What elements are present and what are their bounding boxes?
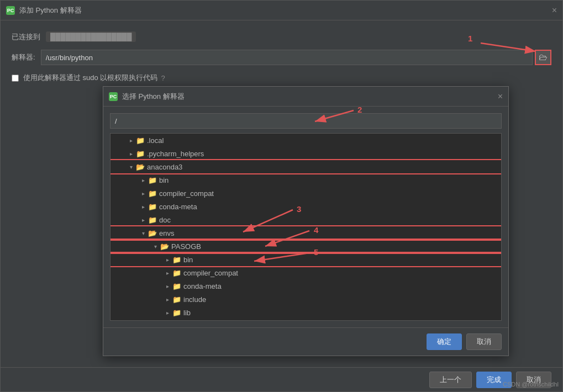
inner-close-button[interactable]: × (498, 92, 503, 102)
expand-bin1[interactable] (139, 176, 147, 184)
expand-doc[interactable] (139, 216, 147, 224)
watermark: CSDN @rothschildhl (503, 381, 559, 388)
folder-icon-doc: 📁 (148, 216, 157, 224)
tree-item-pasogb[interactable]: 📂 PASOGB (111, 240, 501, 253)
inner-logo: PC (109, 92, 118, 101)
tree-label-envs: envs (159, 229, 174, 237)
connection-value: ████████████████ (46, 31, 136, 42)
folder-icon-anaconda3: 📂 (136, 163, 145, 171)
folder-icon-conda1: 📁 (148, 203, 157, 211)
tree-item-include[interactable]: 📁 include (111, 293, 501, 306)
tree-item-bin2[interactable]: 📁 bin (111, 253, 501, 266)
folder-icon-pasogb: 📂 (160, 242, 169, 251)
expand-lib[interactable] (164, 309, 171, 316)
inner-dialog-title: 选择 Python 解释器 (122, 92, 185, 102)
outer-dialog-body: 已连接到 ████████████████ 解释器: 🗁 使用此解释器通过 su… (1, 20, 562, 94)
outer-dialog-titlebar: PC 添加 Python 解释器 × (1, 1, 562, 20)
tree-label-compiler2: compiler_compat (183, 269, 238, 277)
expand-compiler2[interactable] (164, 269, 171, 277)
connection-row: 已连接到 ████████████████ (12, 31, 551, 42)
sudo-label: 使用此解释器通过 sudo 以根权限执行代码 (23, 73, 157, 83)
tree-label-conda1: conda-meta (159, 203, 197, 211)
prev-button[interactable]: 上一个 (429, 372, 472, 388)
tree-label-pasogb: PASOGB (171, 242, 201, 251)
tree-label-pycharm: .pycharm_helpers (147, 150, 204, 158)
expand-pasogb[interactable] (151, 242, 159, 250)
inner-dialog-body: 📁 .local 📁 .pycharm_helpers 📂 anaconda3 (103, 107, 508, 327)
outer-dialog: PC 添加 Python 解释器 × 已连接到 ████████████████… (0, 0, 563, 392)
interpreter-label: 解释器: (12, 52, 35, 62)
tree-item-conda2[interactable]: 📁 conda-meta (111, 279, 501, 293)
tree-label-anaconda3: anaconda3 (147, 163, 182, 171)
expand-compiler1[interactable] (139, 189, 147, 197)
tree-label-doc: doc (159, 216, 171, 224)
tree-label-include: include (183, 295, 206, 304)
folder-icon-include: 📁 (172, 295, 181, 304)
interpreter-input[interactable] (41, 50, 533, 65)
tree-item-pycharm[interactable]: 📁 .pycharm_helpers (111, 147, 501, 160)
sudo-checkbox[interactable] (12, 75, 19, 82)
tree-item-lib[interactable]: 📁 lib (111, 306, 501, 319)
expand-conda1[interactable] (139, 203, 147, 210)
inner-dialog: PC 选择 Python 解释器 × 📁 .local 📁 .pycharm_h… (103, 86, 509, 356)
tree-item-anaconda3[interactable]: 📂 anaconda3 (111, 160, 501, 173)
path-input[interactable] (110, 113, 502, 129)
interpreter-row: 解释器: 🗁 (12, 50, 551, 65)
expand-bin2[interactable] (164, 256, 171, 263)
tree-item-local[interactable]: 📁 .local (111, 134, 501, 147)
expand-conda2[interactable] (164, 282, 171, 290)
expand-local[interactable] (127, 136, 135, 144)
tree-label-lib: lib (183, 309, 191, 317)
tree-label-bin1: bin (159, 176, 169, 184)
help-icon[interactable]: ? (161, 74, 165, 82)
tree-item-envs[interactable]: 📂 envs (111, 226, 501, 240)
expand-envs[interactable] (139, 229, 147, 237)
inner-dialog-titlebar: PC 选择 Python 解释器 × (103, 87, 508, 107)
expand-include[interactable] (164, 295, 171, 303)
tree-item-compiler2[interactable]: 📁 compiler_compat (111, 266, 501, 279)
tree-item-doc[interactable]: 📁 doc (111, 213, 501, 226)
cancel-inner-button[interactable]: 取消 (466, 333, 502, 350)
outer-logo: PC (6, 6, 15, 15)
folder-icon-envs: 📂 (148, 229, 157, 237)
tree-label-compiler1: compiler_compat (159, 189, 214, 198)
outer-close-button[interactable]: × (552, 6, 557, 15)
tree-label-local: .local (147, 136, 164, 145)
outer-dialog-title: 添加 Python 解释器 (19, 6, 82, 15)
tree-label-conda2: conda-meta (183, 282, 222, 290)
expand-anaconda3[interactable] (127, 163, 135, 171)
folder-icon-compiler2: 📁 (172, 269, 181, 277)
browse-icon: 🗁 (539, 52, 548, 62)
browse-button[interactable]: 🗁 (535, 50, 551, 65)
folder-icon-pycharm: 📁 (136, 150, 145, 158)
tree-item-conda1[interactable]: 📁 conda-meta (111, 200, 501, 213)
folder-icon-bin2: 📁 (172, 256, 181, 264)
expand-pycharm[interactable] (127, 150, 135, 157)
sudo-row: 使用此解释器通过 sudo 以根权限执行代码 ? (12, 73, 551, 83)
outer-footer: 上一个 完成 取消 (1, 367, 562, 391)
folder-icon-local: 📁 (136, 136, 145, 145)
folder-icon-conda2: 📁 (172, 282, 181, 290)
inner-dialog-footer: 确定 取消 (103, 327, 508, 356)
confirm-button[interactable]: 确定 (427, 333, 462, 350)
folder-icon-bin1: 📁 (148, 176, 157, 184)
tree-label-bin2: bin (183, 256, 193, 264)
connection-label: 已连接到 (12, 32, 40, 42)
tree-item-bin1[interactable]: 📁 bin (111, 173, 501, 187)
folder-icon-compiler1: 📁 (148, 189, 157, 198)
tree-item-compiler1[interactable]: 📁 compiler_compat (111, 187, 501, 200)
file-tree[interactable]: 📁 .local 📁 .pycharm_helpers 📂 anaconda3 (110, 133, 502, 321)
folder-icon-lib: 📁 (172, 309, 181, 317)
